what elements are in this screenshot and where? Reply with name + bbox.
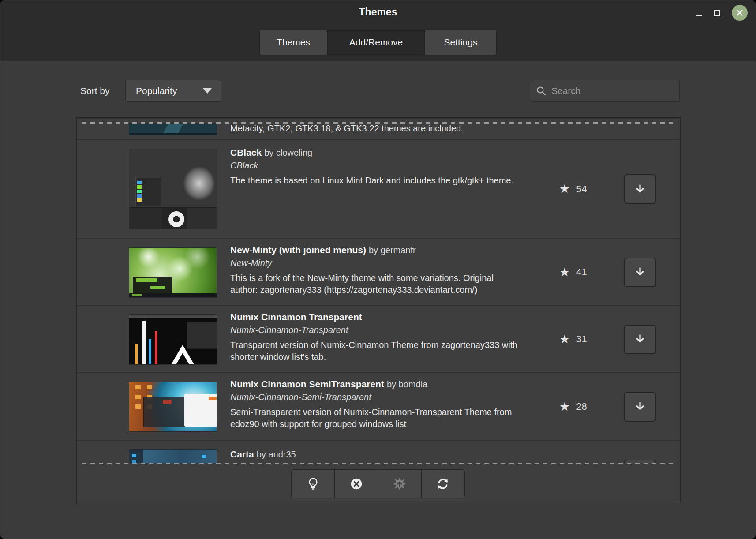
download-icon — [633, 183, 647, 196]
scroll-overflow-top-indicator — [82, 122, 675, 124]
theme-subtitle: CBlack — [230, 161, 519, 171]
tab-add-remove[interactable]: Add/Remove — [327, 30, 425, 55]
download-button[interactable] — [624, 174, 656, 204]
close-button[interactable] — [732, 5, 748, 21]
theme-title: Numix Cinnamon SemiTransparent — [230, 379, 384, 389]
update-starburst-icon — [393, 477, 407, 491]
search-box — [530, 80, 680, 102]
star-icon: ★ — [559, 333, 570, 345]
theme-thumbnail — [129, 449, 217, 463]
star-icon: ★ — [559, 183, 570, 195]
theme-list-item-partial-bottom[interactable]: Cartaby andr35 — [77, 440, 680, 463]
theme-author: by andr35 — [257, 449, 296, 459]
lightbulb-icon — [306, 477, 320, 491]
theme-description: Transparent version of Numix-Cinnamon Th… — [230, 339, 519, 363]
star-count: 41 — [576, 266, 587, 278]
sort-dropdown-value: Popularity — [136, 86, 177, 96]
theme-description: The theme is based on Linux Mint Dark an… — [230, 175, 519, 187]
tab-themes[interactable]: Themes — [259, 30, 327, 55]
star-count: 31 — [576, 333, 587, 345]
list-toolbar — [291, 469, 465, 498]
theme-author: by bomdia — [387, 379, 427, 389]
star-icon: ★ — [559, 266, 570, 278]
theme-title: Numix Cinnamon Transparent — [230, 312, 362, 322]
themes-window: Themes Themes Add/Remove Settings Sort b… — [0, 0, 756, 539]
download-icon — [633, 333, 647, 346]
minimize-icon — [696, 15, 702, 16]
minimize-button[interactable] — [696, 10, 702, 16]
theme-title: Carta — [230, 449, 254, 459]
search-icon — [535, 85, 547, 97]
theme-description: Metacity, GTK2, GTK3.18, & GTK3.22 theme… — [230, 123, 519, 135]
window-title: Themes — [0, 6, 756, 18]
download-button[interactable] — [624, 392, 656, 422]
show-info-button[interactable] — [291, 469, 335, 498]
theme-list-item[interactable]: CBlackby cloweling CBlack The theme is b… — [77, 139, 680, 238]
search-input[interactable] — [551, 86, 674, 96]
theme-author: by germanfr — [369, 245, 416, 255]
download-icon — [633, 266, 647, 279]
theme-thumbnail — [129, 149, 217, 229]
refresh-icon — [436, 477, 450, 491]
download-button[interactable] — [624, 325, 656, 354]
scroll-overflow-bottom-indicator — [82, 463, 675, 464]
theme-list-item[interactable]: Numix Cinnamon SemiTransparentby bomdia … — [77, 372, 680, 440]
theme-thumbnail — [129, 123, 217, 135]
theme-list-item[interactable]: New-Minty (with joined menus)by germanfr… — [77, 238, 680, 305]
theme-thumbnail — [129, 382, 217, 432]
maximize-button[interactable] — [714, 10, 720, 16]
theme-title: New-Minty (with joined menus) — [230, 245, 366, 255]
refresh-button[interactable] — [421, 469, 465, 498]
themes-list-frame: Metacity, GTK2, GTK3.18, & GTK3.22 theme… — [76, 117, 681, 503]
star-count: 28 — [576, 401, 587, 412]
window-controls — [696, 4, 748, 21]
theme-subtitle: New-Minty — [230, 258, 519, 268]
download-button-partial[interactable] — [624, 460, 656, 463]
tab-settings[interactable]: Settings — [425, 30, 497, 55]
header: Themes Themes Add/Remove Settings — [0, 0, 756, 61]
titlebar: Themes — [0, 0, 756, 25]
download-icon — [633, 400, 647, 413]
update-button[interactable] — [378, 469, 422, 498]
star-count: 54 — [576, 183, 587, 195]
theme-thumbnail — [129, 247, 217, 298]
theme-author: by cloweling — [264, 148, 312, 157]
sort-by-label: Sort by — [80, 80, 110, 102]
theme-title: CBlack — [230, 147, 262, 157]
view-switcher: Themes Add/Remove Settings — [259, 30, 497, 55]
maximize-icon — [714, 10, 720, 16]
download-button[interactable] — [624, 258, 656, 287]
theme-subtitle: Numix-Cinnamon-Transparent — [230, 325, 519, 335]
sort-dropdown[interactable]: Popularity — [125, 80, 221, 102]
star-icon: ★ — [559, 401, 570, 413]
theme-subtitle: Numix-Cinnamon-Semi-Transparent — [230, 392, 519, 402]
theme-list-item-partial-top[interactable]: Metacity, GTK2, GTK3.18, & GTK3.22 theme… — [77, 118, 680, 139]
theme-description: Semi-Transparent version of Numix-Cinnam… — [230, 406, 519, 430]
chevron-down-icon — [203, 88, 212, 94]
theme-description: This is a fork of the New-Minty theme wi… — [230, 272, 519, 296]
x-circle-icon — [349, 477, 363, 491]
uninstall-button[interactable] — [334, 469, 378, 498]
theme-list-item[interactable]: Numix Cinnamon Transparent Numix-Cinnamo… — [77, 305, 680, 372]
close-icon — [736, 9, 744, 17]
theme-thumbnail — [129, 314, 217, 365]
